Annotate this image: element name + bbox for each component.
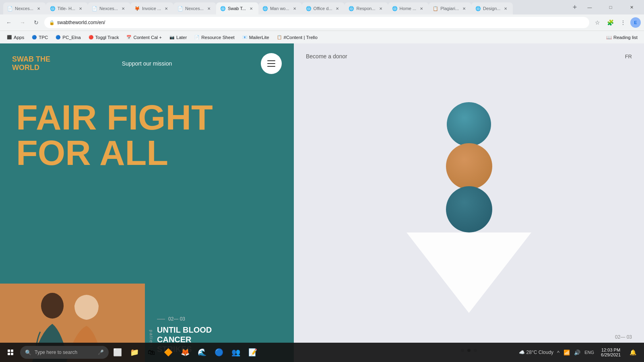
extension-icon[interactable]: 🧩 <box>605 17 616 28</box>
taskbar-icon-store[interactable]: 🛍 <box>143 343 159 361</box>
bookmark-item[interactable]: 📧 MailerLite <box>239 33 272 41</box>
clock-time: 12:03 PM <box>601 348 620 352</box>
reload-button[interactable]: ↻ <box>31 17 42 28</box>
taskbar-icon-firefox[interactable]: 🦊 <box>177 343 193 361</box>
address-bar: ← → ↻ 🔒 swabtheworld.com/en/ ☆ 🧩 ⋮ E <box>0 14 644 31</box>
bookmark-item[interactable]: ⬛ Apps <box>3 33 27 41</box>
bookmark-star-icon[interactable]: ☆ <box>592 17 603 28</box>
taskbar-search[interactable]: 🔍 Type here to search 🎤 <box>20 346 109 359</box>
tab-label: Nexces... <box>99 6 118 11</box>
tab-label: Title- H... <box>58 6 75 11</box>
browser-tab-t4[interactable]: 🦊 Invoice ... ✕ <box>130 2 173 14</box>
tab-label: Nexces... <box>185 6 204 11</box>
close-button[interactable]: ✕ <box>622 0 641 14</box>
taskbar-icon-sticky-notes[interactable]: 📝 <box>245 343 261 361</box>
title-bar: 📄 Nexces... ✕ 🌐 Title- H... ✕ 📄 Nexces..… <box>0 0 644 14</box>
taskbar-icon-teams[interactable]: 👥 <box>228 343 244 361</box>
url-bar[interactable]: 🔒 swabtheworld.com/en/ <box>44 17 589 28</box>
nav-support-link[interactable]: Support our mission <box>122 60 172 67</box>
site-logo: SWAB THE WORLD <box>12 55 50 72</box>
bookmark-item[interactable]: 🔴 Toggl Track <box>85 33 122 41</box>
window-controls: — □ ✕ <box>580 0 641 14</box>
tab-favicon: 🌐 <box>262 6 268 11</box>
browser-tab-t2[interactable]: 🌐 Title- H... ✕ <box>46 2 88 14</box>
browser-tab-t1[interactable]: 📄 Nexces... ✕ <box>3 2 46 14</box>
url-text: swabtheworld.com/en/ <box>57 20 584 25</box>
tab-close-icon[interactable]: ✕ <box>77 5 84 12</box>
taskbar-icon-file-explorer[interactable]: 📁 <box>126 343 142 361</box>
minimize-button[interactable]: — <box>580 0 599 14</box>
tab-close-icon[interactable]: ✕ <box>206 5 212 12</box>
language-switch-fr[interactable]: FR <box>625 53 632 60</box>
menu-button[interactable] <box>261 53 282 74</box>
taskbar-icon-vlc[interactable]: 🔶 <box>160 343 176 361</box>
taskbar-icon-chrome[interactable]: 🔵 <box>211 343 227 361</box>
tab-label: Invoice ... <box>142 6 161 11</box>
security-icon: 🔒 <box>49 20 55 25</box>
browser-tab-t7[interactable]: 🌐 Man wo... ✕ <box>258 2 302 14</box>
tab-close-icon[interactable]: ✕ <box>461 5 467 12</box>
taskbar-icon-edge[interactable]: 🌊 <box>194 343 210 361</box>
become-donor-link[interactable]: Become a donor <box>306 53 347 60</box>
forward-button[interactable]: → <box>17 17 28 28</box>
tab-close-icon[interactable]: ✕ <box>120 5 126 12</box>
network-icon[interactable]: ^ <box>556 350 561 356</box>
browser-tab-t9[interactable]: 🌐 Respon... ✕ <box>345 2 388 14</box>
slide-counter-text: 02— 03 <box>168 316 185 322</box>
circles-illustration <box>294 69 644 362</box>
hamburger-icon <box>267 66 275 67</box>
taskbar-icons: ⬜📁🛍🔶🦊🌊🔵👥📝 <box>109 343 261 361</box>
bookmark-item[interactable]: 🔵 PC_Elna <box>52 33 84 41</box>
browser-tab-t11[interactable]: 📋 Plagiari... ✕ <box>429 2 471 14</box>
tab-close-icon[interactable]: ✕ <box>163 5 169 12</box>
circle-bot <box>446 186 492 232</box>
maximize-button[interactable]: □ <box>601 0 620 14</box>
search-icon: 🔍 <box>25 350 31 356</box>
tab-favicon: 🌐 <box>392 6 398 11</box>
bookmark-item[interactable]: 📅 Content Cal + <box>123 33 165 41</box>
tab-close-icon[interactable]: ✕ <box>502 5 509 12</box>
volume-icon[interactable]: 🔊 <box>573 350 582 356</box>
back-button[interactable]: ← <box>3 17 14 28</box>
wifi-icon[interactable]: 📶 <box>562 350 571 356</box>
browser-tab-t10[interactable]: 🌐 Home ... ✕ <box>388 2 429 14</box>
browser-tab-t8[interactable]: 🌐 Office d... ✕ <box>302 2 345 14</box>
profile-avatar[interactable]: E <box>630 17 641 28</box>
tab-close-icon[interactable]: ✕ <box>291 5 298 12</box>
settings-icon[interactable]: ⋮ <box>617 17 629 28</box>
right-panel: Become a donor FR 02— 03 <box>294 43 644 362</box>
weather-icon: ☁️ <box>519 350 525 355</box>
browser-tab-t5[interactable]: 📄 Nexces... ✕ <box>173 2 216 14</box>
taskbar: 🔍 Type here to search 🎤 ⬜📁🛍🔶🦊🌊🔵👥📝 ☁️ 28°… <box>0 343 644 362</box>
logo-line2: WORLD <box>12 64 50 72</box>
browser-tab-t6[interactable]: 🌐 Swab T... ✕ <box>216 2 258 14</box>
weather-widget[interactable]: ☁️ 28°C Cloudy <box>519 350 554 355</box>
tab-close-icon[interactable]: ✕ <box>248 5 254 12</box>
browser-tab-t3[interactable]: 📄 Nexces... ✕ <box>88 2 130 14</box>
browser-tab-t12[interactable]: 🌐 Design... ✕ <box>471 2 513 14</box>
system-clock[interactable]: 12:03 PM 6/29/2021 <box>598 348 624 357</box>
bookmark-item[interactable]: 📋 #Content | Trello <box>273 33 321 41</box>
start-button[interactable] <box>2 343 19 361</box>
tab-close-icon[interactable]: ✕ <box>378 5 384 12</box>
taskbar-icon-task-view[interactable]: ⬜ <box>109 343 126 361</box>
bookmark-favicon: 🔵 <box>31 35 37 40</box>
bookmark-label: #Content | Trello <box>284 35 318 40</box>
tab-close-icon[interactable]: ✕ <box>35 5 42 12</box>
tab-close-icon[interactable]: ✕ <box>418 5 425 12</box>
bookmark-item[interactable]: 🔵 TPC <box>28 33 51 41</box>
bookmark-item[interactable]: 📄 Resource Sheet <box>191 33 237 41</box>
bookmark-label: PC_Elna <box>62 35 80 40</box>
search-mic-icon: 🎤 <box>98 350 104 355</box>
tab-close-icon[interactable]: ✕ <box>334 5 341 12</box>
tab-favicon: 📋 <box>433 6 438 11</box>
tab-favicon: 🦊 <box>134 6 140 11</box>
bookmark-label: Content Cal + <box>133 35 162 40</box>
notification-button[interactable]: 🔔 <box>626 346 639 359</box>
tab-favicon: 🌐 <box>475 6 481 11</box>
bookmark-item[interactable]: 📷 Later <box>166 33 190 41</box>
reading-list-button[interactable]: 📖 Reading list <box>603 33 641 41</box>
bookmark-label: Resource Sheet <box>201 35 234 40</box>
tab-label: Respon... <box>356 6 375 11</box>
new-tab-button[interactable]: + <box>569 2 580 13</box>
